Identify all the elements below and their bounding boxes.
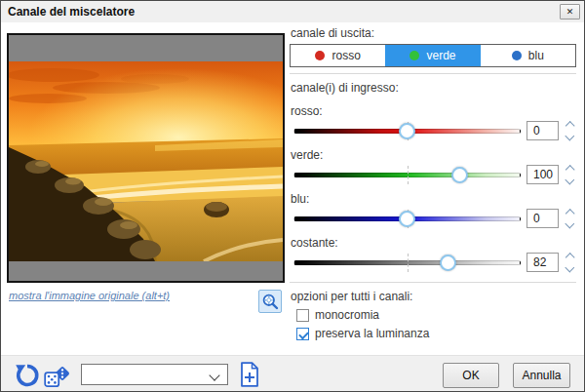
- dialog-title: Canale del miscelatore: [8, 5, 135, 19]
- separator: [290, 282, 576, 283]
- slider-constant-thumb[interactable]: [440, 255, 456, 271]
- dice-icon: [44, 365, 71, 388]
- constant-value-input[interactable]: 82: [526, 253, 559, 272]
- magnifier-icon: [261, 293, 279, 310]
- zero-tick: [408, 166, 409, 184]
- preset-combobox[interactable]: [81, 364, 228, 385]
- slider-constant[interactable]: [293, 255, 521, 271]
- spin-up-icon[interactable]: [565, 121, 574, 131]
- slider-green[interactable]: [293, 167, 521, 183]
- preserve-luminance-checkbox[interactable]: [296, 328, 309, 340]
- monochrome-checkbox[interactable]: [296, 309, 309, 322]
- footer-bar: OK Annulla: [1, 355, 584, 392]
- output-channel-tabs: rosso verde blu: [290, 44, 576, 67]
- tab-blu-label: blu: [528, 49, 544, 62]
- tab-rosso[interactable]: rosso: [291, 45, 385, 66]
- spin-down-icon[interactable]: [565, 131, 574, 140]
- ok-button[interactable]: OK: [443, 363, 499, 388]
- blue-spinner[interactable]: [562, 209, 577, 228]
- tab-blu[interactable]: blu: [481, 45, 575, 66]
- output-channel-label: canale di uscita:: [291, 26, 374, 40]
- spin-up-icon[interactable]: [565, 253, 574, 262]
- preserve-luminance-label: preserva la luminanza: [315, 327, 429, 340]
- slider-blue-thumb[interactable]: [399, 211, 415, 227]
- tab-verde-label: verde: [426, 49, 455, 62]
- red-value-input[interactable]: 0: [526, 121, 559, 140]
- randomize-button[interactable]: [44, 365, 71, 388]
- reset-icon: [14, 362, 41, 389]
- spin-down-icon[interactable]: [565, 218, 574, 228]
- close-icon: ✕: [566, 7, 574, 17]
- slider-constant-label: costante:: [291, 236, 338, 250]
- blue-value-input[interactable]: 0: [526, 209, 559, 228]
- preview-photo: [9, 61, 283, 261]
- green-value-input[interactable]: 100: [526, 165, 559, 184]
- green-dot-icon: [410, 51, 419, 60]
- slider-green-thumb[interactable]: [451, 167, 468, 183]
- slider-red-thumb[interactable]: [399, 123, 415, 139]
- separator: [290, 73, 576, 74]
- image-preview-frame: [7, 33, 285, 283]
- slider-blue-label: blu:: [291, 192, 309, 206]
- channel-mixer-dialog: Canale del miscelatore ✕: [0, 0, 585, 392]
- close-button[interactable]: ✕: [560, 4, 580, 20]
- input-channels-label: canale(i) di ingresso:: [291, 81, 399, 95]
- green-spinner[interactable]: [562, 165, 577, 184]
- slider-red[interactable]: [293, 123, 521, 139]
- cancel-button[interactable]: Annulla: [513, 363, 570, 388]
- spin-up-icon[interactable]: [565, 209, 574, 218]
- spin-up-icon[interactable]: [565, 165, 574, 175]
- monochrome-label: monocromia: [315, 308, 379, 322]
- title-bar: Canale del miscelatore ✕: [1, 1, 584, 22]
- tab-rosso-label: rosso: [332, 49, 360, 62]
- reset-button[interactable]: [14, 362, 41, 389]
- options-label: opzioni per tutti i canali:: [291, 290, 412, 303]
- tab-verde[interactable]: verde: [385, 45, 480, 66]
- magnifier-button[interactable]: [258, 290, 282, 313]
- slider-green-label: verde:: [291, 148, 323, 162]
- zero-tick: [408, 254, 409, 272]
- slider-red-label: rosso:: [291, 104, 323, 118]
- spin-down-icon[interactable]: [565, 175, 574, 184]
- red-dot-icon: [315, 51, 325, 60]
- blue-dot-icon: [512, 51, 522, 60]
- constant-spinner[interactable]: [562, 253, 577, 272]
- slider-blue[interactable]: [293, 211, 521, 227]
- spin-down-icon[interactable]: [565, 262, 574, 272]
- show-original-link[interactable]: mostra l'immagine originale (alt+t): [9, 290, 170, 301]
- add-preset-icon: [239, 362, 260, 387]
- red-spinner[interactable]: [562, 121, 577, 140]
- save-preset-button[interactable]: [238, 362, 261, 387]
